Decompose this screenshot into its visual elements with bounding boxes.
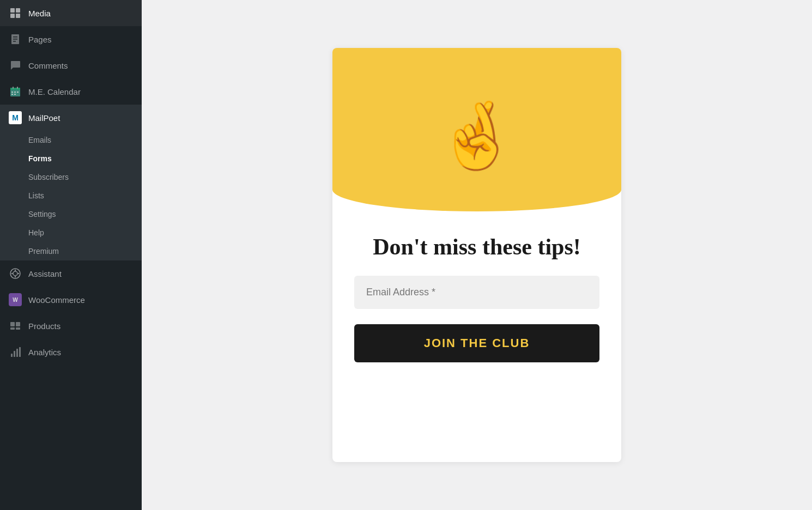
- svg-point-18: [13, 271, 17, 276]
- comments-icon: [9, 59, 22, 72]
- mailpoet-icon: M: [9, 111, 22, 124]
- form-title: Don't miss these tips!: [373, 233, 581, 260]
- submenu-item-subscribers[interactable]: Subscribers: [0, 168, 142, 186]
- sidebar-item-comments[interactable]: Comments: [0, 52, 142, 78]
- card-banner: 🤞: [332, 48, 621, 211]
- media-icon: [9, 7, 22, 20]
- sidebar-item-mailpoet[interactable]: M MailPoet: [0, 105, 142, 131]
- sidebar-item-comments-label: Comments: [28, 61, 68, 70]
- woocommerce-icon: W: [9, 293, 22, 306]
- submenu-item-premium[interactable]: Premium: [0, 242, 142, 260]
- svg-rect-10: [13, 87, 14, 89]
- svg-rect-23: [10, 322, 15, 326]
- sidebar: Media Pages Comments: [0, 0, 142, 510]
- sidebar-item-pages-label: Pages: [28, 35, 52, 44]
- mailpoet-submenu: Emails Forms Subscribers Lists Settings …: [0, 131, 142, 260]
- svg-point-19: [15, 270, 16, 271]
- svg-rect-24: [16, 322, 20, 326]
- svg-rect-3: [16, 14, 20, 18]
- calendar-icon: [9, 85, 22, 98]
- sidebar-item-media[interactable]: Media: [0, 0, 142, 26]
- svg-rect-28: [14, 351, 15, 357]
- submenu-item-settings[interactable]: Settings: [0, 205, 142, 223]
- sidebar-item-me-calendar-label: M.E. Calendar: [28, 87, 81, 96]
- analytics-icon: [9, 345, 22, 359]
- svg-rect-15: [11, 94, 13, 95]
- sidebar-item-woocommerce[interactable]: W WooCommerce: [0, 287, 142, 313]
- form-preview-card: 🤞 Don't miss these tips! JOIN THE CLUB: [332, 48, 621, 462]
- sidebar-item-analytics-label: Analytics: [28, 348, 61, 357]
- sidebar-item-assistant-label: Assistant: [28, 269, 62, 278]
- svg-rect-6: [13, 39, 17, 40]
- card-body: Don't miss these tips! JOIN THE CLUB: [332, 211, 621, 390]
- submenu-item-emails[interactable]: Emails: [0, 131, 142, 149]
- sidebar-item-mailpoet-label: MailPoet: [28, 113, 60, 123]
- svg-rect-29: [16, 349, 18, 357]
- svg-rect-16: [14, 94, 16, 95]
- svg-rect-0: [10, 8, 15, 13]
- submenu-item-lists[interactable]: Lists: [0, 186, 142, 205]
- svg-rect-1: [16, 8, 20, 13]
- sidebar-item-products[interactable]: Products: [0, 313, 142, 339]
- main-content: 🤞 Don't miss these tips! JOIN THE CLUB: [142, 0, 812, 510]
- submenu-item-forms[interactable]: Forms: [0, 149, 142, 168]
- mailpoet-section: M MailPoet Emails Forms Subscribers List…: [0, 105, 142, 260]
- svg-point-20: [18, 273, 19, 274]
- svg-rect-13: [14, 92, 16, 93]
- assistant-icon: [9, 267, 22, 280]
- svg-rect-30: [19, 347, 21, 357]
- banner-emoji: 🤞: [436, 102, 518, 168]
- svg-rect-2: [10, 14, 15, 18]
- sidebar-item-me-calendar[interactable]: M.E. Calendar: [0, 78, 142, 105]
- svg-rect-14: [17, 92, 19, 93]
- svg-point-22: [11, 273, 13, 274]
- sidebar-item-assistant[interactable]: Assistant: [0, 260, 142, 287]
- submenu-item-help[interactable]: Help: [0, 223, 142, 242]
- svg-rect-27: [11, 354, 13, 357]
- svg-rect-25: [10, 327, 15, 330]
- join-button[interactable]: JOIN THE CLUB: [354, 324, 599, 362]
- sidebar-item-woocommerce-label: WooCommerce: [28, 295, 85, 305]
- svg-rect-5: [13, 37, 17, 38]
- svg-rect-9: [10, 88, 20, 90]
- sidebar-item-pages[interactable]: Pages: [0, 26, 142, 52]
- svg-rect-12: [11, 92, 13, 93]
- sidebar-item-products-label: Products: [28, 321, 60, 331]
- products-icon: [9, 319, 22, 332]
- email-input[interactable]: [354, 276, 599, 309]
- svg-rect-11: [17, 87, 18, 89]
- svg-point-21: [15, 276, 16, 277]
- sidebar-item-media-label: Media: [28, 9, 51, 18]
- svg-rect-26: [16, 327, 20, 330]
- pages-icon: [9, 33, 22, 46]
- sidebar-item-analytics[interactable]: Analytics: [0, 339, 142, 365]
- svg-rect-7: [13, 41, 16, 42]
